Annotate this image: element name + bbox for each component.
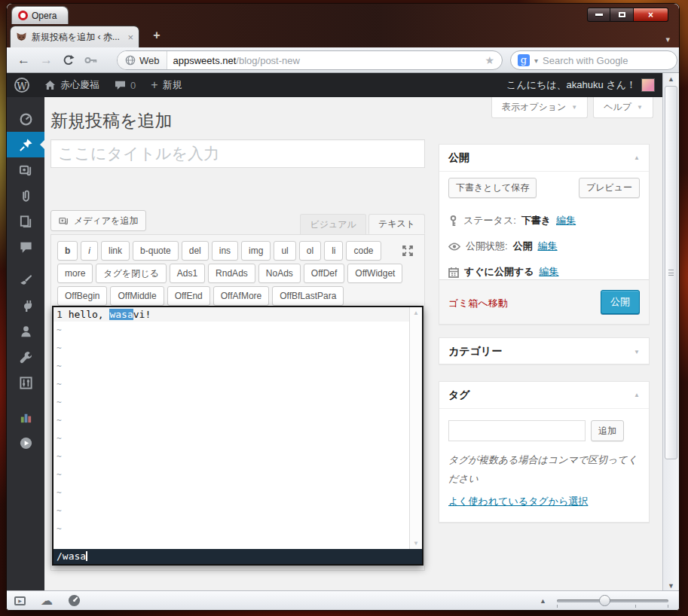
zoom-slider[interactable] — [557, 599, 668, 602]
sidebar-item-dashboard[interactable] — [7, 106, 44, 132]
back-button[interactable]: ← — [17, 53, 30, 68]
tab-visual[interactable]: ビジュアル — [300, 214, 365, 234]
sidebar-item-tools[interactable] — [7, 344, 44, 370]
minimize-button[interactable] — [587, 8, 610, 22]
bookmark-star-icon[interactable]: ★ — [485, 54, 502, 66]
qt-link-button[interactable]: link — [101, 241, 130, 261]
post-title-input[interactable] — [50, 139, 425, 168]
sidebar-item-posts[interactable] — [7, 132, 44, 157]
sidebar-item-links[interactable] — [7, 183, 44, 209]
close-button[interactable]: × — [634, 8, 668, 22]
qt-offdef-button[interactable]: OffDef — [304, 264, 344, 283]
qt-offend-button[interactable]: OffEnd — [167, 286, 210, 306]
qt-ads1-button[interactable]: Ads1 — [170, 264, 205, 283]
qt-offbflastpara-button[interactable]: OffBfLastPara — [272, 286, 344, 306]
publish-title: 公開 — [448, 151, 469, 165]
wasavi-command-line[interactable]: /wasa — [54, 549, 422, 564]
scrollbar-thumb[interactable] — [665, 86, 677, 459]
screen-options-button[interactable]: 表示オプション ▼ — [491, 97, 588, 118]
qt-li-button[interactable]: li — [324, 241, 343, 261]
help-button[interactable]: ヘルプ ▼ — [593, 97, 653, 118]
opera-link-cloud-icon[interactable]: ☁ — [41, 593, 53, 608]
qt-offbegin-button[interactable]: OffBegin — [57, 286, 107, 306]
publish-button[interactable]: 公開 — [601, 290, 640, 314]
search-field[interactable]: g ▾ Search with Google — [510, 50, 677, 70]
sidebar-item-stats[interactable] — [7, 404, 44, 430]
page-scrollbar[interactable]: ▲ ▼ — [662, 73, 679, 592]
qt-close-tags-button[interactable]: タグを閉じる — [96, 264, 166, 283]
maximize-button[interactable] — [610, 8, 634, 22]
qt-ul-button[interactable]: ul — [274, 241, 295, 261]
add-media-button[interactable]: メディアを追加 — [50, 210, 146, 231]
edit-schedule-link[interactable]: 編集 — [540, 265, 559, 279]
wp-logo-menu[interactable]: W — [7, 73, 37, 97]
site-badge[interactable]: Web — [118, 51, 167, 69]
tab-text[interactable]: テキスト — [368, 214, 425, 234]
url-text[interactable]: appsweets.net/blog/post-new — [167, 55, 485, 66]
fullscreen-icon[interactable] — [402, 245, 414, 257]
categories-panel-header[interactable]: カテゴリー ▼ — [439, 338, 649, 365]
zoom-menu-icon[interactable]: ▲ — [540, 597, 546, 605]
new-tab-button[interactable]: + — [147, 29, 167, 44]
editor-scrollbar[interactable]: ▲ ▼ — [409, 307, 422, 549]
active-tab[interactable]: 新規投稿を追加 ‹ 赤... × — [10, 26, 139, 47]
opera-menu-button[interactable]: Opera — [11, 6, 69, 24]
qt-bquote-button[interactable]: b-quote — [133, 241, 179, 261]
key-icon[interactable] — [84, 56, 98, 65]
sidebar-item-pages[interactable] — [7, 209, 44, 234]
save-draft-button[interactable]: 下書きとして保存 — [448, 178, 537, 198]
account-menu[interactable]: こんにちは、akahuku さん！ — [506, 78, 662, 92]
scroll-up-icon[interactable]: ▲ — [663, 73, 679, 85]
sidebar-item-users[interactable] — [7, 319, 44, 344]
wasavi-editor-overlay[interactable]: 1 hello, wasavi! ~~~~~~~~~~~~ ▲ ▼ /wasa — [52, 306, 424, 566]
edit-visibility-link[interactable]: 編集 — [538, 239, 558, 253]
search-engine-chevron-icon[interactable]: ▾ — [534, 56, 538, 65]
sidebar-item-plugins[interactable] — [7, 293, 44, 319]
new-content-menu[interactable]: + 新規 — [143, 73, 189, 97]
empty-line-tilde: ~ — [54, 412, 409, 430]
sidebar-item-media[interactable] — [7, 157, 44, 183]
move-to-trash-link[interactable]: ゴミ箱へ移動 — [448, 297, 508, 310]
reload-button[interactable] — [63, 54, 75, 66]
sidebar-item-video[interactable] — [7, 430, 44, 456]
qt-offmiddle-button[interactable]: OffMiddle — [110, 286, 164, 306]
add-tag-button[interactable]: 追加 — [591, 420, 624, 441]
qt-ol-button[interactable]: ol — [299, 241, 321, 261]
opera-turbo-icon[interactable] — [68, 594, 81, 607]
wasavi-text-area[interactable]: 1 hello, wasavi! ~~~~~~~~~~~~ — [54, 307, 409, 549]
qt-more-button[interactable]: more — [57, 264, 93, 283]
collapse-icon[interactable]: ▲ — [634, 154, 640, 161]
sidebar-item-comments[interactable] — [7, 234, 44, 260]
panels-toggle-icon[interactable]: ▶ — [14, 596, 26, 605]
qt-noads-button[interactable]: NoAds — [258, 264, 301, 283]
tab-close-icon[interactable]: × — [127, 32, 133, 43]
qt-italic-button[interactable]: i — [81, 241, 98, 261]
qt-offafmore-button[interactable]: OffAfMore — [213, 286, 269, 306]
qt-rndads-button[interactable]: RndAds — [208, 264, 255, 283]
qt-ins-button[interactable]: ins — [212, 241, 238, 261]
qt-offwidget-button[interactable]: OffWidget — [347, 264, 402, 283]
tab-list-chevron-icon[interactable]: ▾ — [665, 35, 670, 44]
collapse-icon[interactable]: ▲ — [634, 392, 640, 398]
choose-from-tag-cloud-link[interactable]: よく使われているタグから選択 — [448, 495, 588, 508]
editor-scroll-up-icon[interactable]: ▲ — [410, 310, 422, 316]
url-field[interactable]: Web appsweets.net/blog/post-new ★ — [117, 50, 503, 70]
new-tag-input[interactable] — [448, 420, 586, 441]
qt-bold-button[interactable]: b — [57, 241, 78, 261]
comments-menu[interactable]: 0 — [107, 73, 143, 97]
sidebar-item-settings[interactable] — [7, 370, 44, 395]
qt-del-button[interactable]: del — [182, 241, 209, 261]
qt-code-button[interactable]: code — [346, 241, 381, 261]
tags-panel: タグ ▲ 追加 タグが複数ある場合はコンマで区切ってください よく使われているタ… — [439, 381, 650, 523]
sidebar-item-appearance[interactable] — [7, 267, 44, 293]
editor-scroll-down-icon[interactable]: ▼ — [410, 540, 422, 547]
expand-icon[interactable]: ▼ — [634, 349, 640, 355]
preview-button[interactable]: プレビュー — [579, 178, 640, 198]
forward-button[interactable]: → — [40, 53, 53, 68]
edit-status-link[interactable]: 編集 — [556, 214, 576, 227]
zoom-slider-thumb[interactable] — [599, 595, 610, 606]
tags-panel-header[interactable]: タグ ▲ — [439, 382, 649, 409]
qt-img-button[interactable]: img — [241, 241, 271, 261]
publish-panel-header[interactable]: 公開 ▲ — [439, 145, 649, 172]
site-menu[interactable]: 赤心慶福 — [37, 73, 107, 97]
